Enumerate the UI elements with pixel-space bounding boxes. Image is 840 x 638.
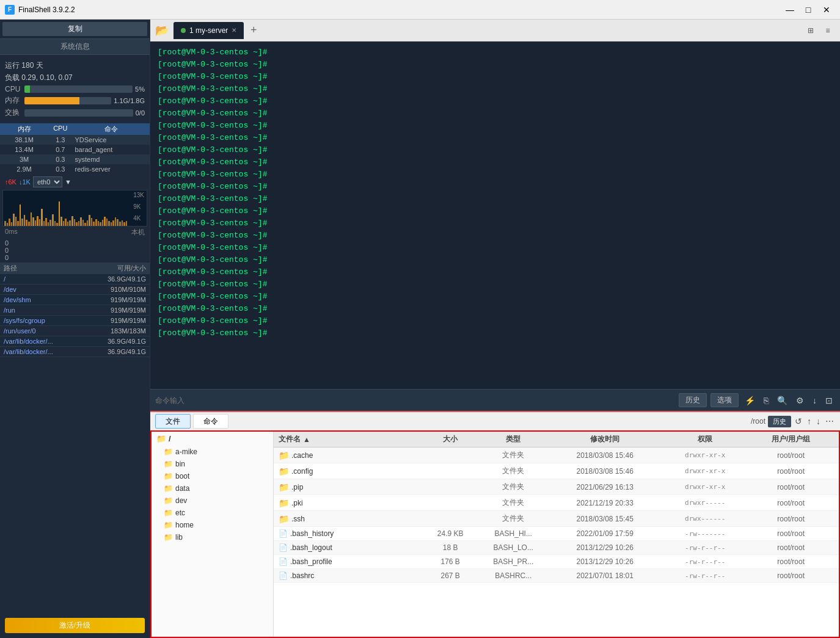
cpu-row: CPU 5% bbox=[5, 85, 145, 93]
stat-0-1: 0 bbox=[5, 239, 145, 247]
tree-item-home[interactable]: 📁 home bbox=[152, 519, 273, 531]
file-row-bash-profile[interactable]: 📄 .bash_profile 176 B BASH_PR... 2013/12… bbox=[274, 555, 839, 569]
disk-row[interactable]: /dev/shm 919M/919M bbox=[0, 295, 150, 305]
process-row[interactable]: 3M 0.3 systemd bbox=[0, 154, 150, 164]
col-header-name[interactable]: 文件名 ▲ bbox=[279, 434, 422, 444]
dropdown-arrow-icon: ▼ bbox=[65, 178, 71, 186]
tree-item-data[interactable]: 📁 data bbox=[152, 482, 273, 495]
close-button[interactable]: ✕ bbox=[818, 4, 835, 16]
tree-label-boot: boot bbox=[175, 472, 189, 480]
upgrade-button[interactable]: 激活/升级 bbox=[5, 618, 145, 633]
folder-icon-pki: 📁 bbox=[279, 498, 289, 508]
terminal-line: [root@VM-0-3-centos ~]# bbox=[158, 303, 833, 315]
file-row-bash-logout[interactable]: 📄 .bash_logout 18 B BASH_LO... 2013/12/2… bbox=[274, 541, 839, 555]
process-table: 内存 CPU 命令 38.1M 1.3 YDService 13.4M 0.7 … bbox=[0, 123, 150, 174]
file-row-cache[interactable]: 📁 .cache 文件夹 2018/03/08 15:46 drwxr-xr-x… bbox=[274, 448, 839, 463]
file-icon-bash-history: 📄 bbox=[279, 529, 288, 538]
tree-item-boot[interactable]: 📁 boot bbox=[152, 470, 273, 482]
tab-my-server[interactable]: 1 my-server ✕ bbox=[173, 22, 244, 39]
disk-row[interactable]: /var/lib/docker/... 36.9G/49.1G bbox=[0, 336, 150, 347]
folder-icon-data: 📁 bbox=[164, 484, 173, 493]
history-button[interactable]: 历史 bbox=[679, 393, 707, 407]
file-tree: 📁 / 📁 a-mike 📁 bin 📁 boot bbox=[152, 432, 274, 637]
file-name-bash-profile: 📄 .bash_profile bbox=[279, 557, 422, 566]
col-header-type[interactable]: 类型 bbox=[479, 434, 547, 444]
tree-root-item[interactable]: 📁 / bbox=[152, 432, 273, 446]
disk-row[interactable]: /run/user/0 183M/183M bbox=[0, 326, 150, 336]
folder-icon-etc: 📁 bbox=[164, 509, 173, 517]
folder-icon-ssh: 📁 bbox=[279, 514, 289, 524]
terminal-line: [root@VM-0-3-centos ~]# bbox=[158, 107, 833, 120]
fm-download-icon2[interactable]: ↓ bbox=[815, 415, 822, 427]
tree-item-bin[interactable]: 📁 bin bbox=[152, 458, 273, 470]
disk-row[interactable]: /run 919M/919M bbox=[0, 305, 150, 316]
options-button[interactable]: 选项 bbox=[710, 393, 739, 407]
tab-bar: 📂 1 my-server ✕ + ⊞ ≡ bbox=[150, 20, 840, 42]
title-bar: F FinalShell 3.9.2.2 — □ ✕ bbox=[0, 0, 840, 20]
list-view-icon[interactable]: ≡ bbox=[820, 23, 835, 38]
tree-item-etc[interactable]: 📁 etc bbox=[152, 507, 273, 519]
tree-label-etc: etc bbox=[175, 509, 185, 517]
copy-icon-btn[interactable]: ⎘ bbox=[761, 394, 771, 407]
command-input[interactable] bbox=[155, 396, 675, 405]
fm-history-button[interactable]: 历史 bbox=[768, 416, 791, 427]
stat-0-3: 0 bbox=[5, 254, 145, 261]
mem-progress-fill bbox=[24, 97, 79, 104]
proc-cmd-4: redis-server bbox=[75, 165, 148, 173]
col-header-size[interactable]: 大小 bbox=[422, 434, 479, 444]
disk-row[interactable]: /var/lib/docker/... 36.9G/49.1G bbox=[0, 347, 150, 357]
tree-item-a-mike[interactable]: 📁 a-mike bbox=[152, 446, 273, 458]
proc-mem-2: 13.4M bbox=[2, 146, 46, 153]
tab-commands[interactable]: 命令 bbox=[193, 414, 228, 429]
tab-add-button[interactable]: + bbox=[246, 23, 261, 38]
col-header-user[interactable]: 用户/用户组 bbox=[748, 434, 834, 444]
terminal-line: [root@VM-0-3-centos ~]# bbox=[158, 71, 833, 83]
file-list: 文件名 ▲ 大小 类型 修改时间 权限 用户/用户组 📁 .cache bbox=[274, 432, 839, 637]
fullscreen-icon-btn[interactable]: ⊡ bbox=[823, 394, 835, 407]
proc-cpu-1: 1.3 bbox=[46, 136, 75, 143]
terminal-line: [root@VM-0-3-centos ~]# bbox=[158, 242, 833, 254]
file-row-bashrc[interactable]: 📄 .bashrc 267 B BASHRC... 2021/07/01 18:… bbox=[274, 569, 839, 583]
folder-icon-boot: 📁 bbox=[164, 472, 173, 480]
tree-item-lib[interactable]: 📁 lib bbox=[152, 531, 273, 543]
disk-row[interactable]: /sys/fs/cgroup 919M/919M bbox=[0, 316, 150, 326]
tree-item-dev[interactable]: 📁 dev bbox=[152, 495, 273, 507]
settings-icon-btn[interactable]: ⚙ bbox=[794, 394, 806, 407]
terminal-line: [root@VM-0-3-centos ~]# bbox=[158, 315, 833, 327]
lightning-icon[interactable]: ⚡ bbox=[742, 394, 758, 407]
disk-row[interactable]: / 36.9G/49.1G bbox=[0, 274, 150, 285]
file-row-pki[interactable]: 📁 .pki 文件夹 2021/12/19 20:33 drwxr----- r… bbox=[274, 495, 839, 511]
minimize-button[interactable]: — bbox=[781, 4, 798, 16]
disk-row[interactable]: /dev 910M/910M bbox=[0, 285, 150, 295]
search-icon-btn[interactable]: 🔍 bbox=[775, 394, 790, 407]
maximize-button[interactable]: □ bbox=[800, 4, 817, 16]
fm-more-icon[interactable]: ⋯ bbox=[824, 415, 835, 427]
col-header-perm[interactable]: 权限 bbox=[662, 434, 748, 444]
file-row-ssh[interactable]: 📁 .ssh 文件夹 2018/03/08 15:45 drwx------ r… bbox=[274, 511, 839, 527]
folder-icon-bin: 📁 bbox=[164, 460, 173, 468]
process-row[interactable]: 13.4M 0.7 barad_agent bbox=[0, 145, 150, 154]
folder-icon-home: 📁 bbox=[164, 521, 173, 529]
terminal[interactable]: [root@VM-0-3-centos ~]# [root@VM-0-3-cen… bbox=[150, 42, 840, 389]
folder-icon-lib: 📁 bbox=[164, 533, 173, 542]
tree-root-label: / bbox=[169, 434, 171, 443]
file-row-bash-history[interactable]: 📄 .bash_history 24.9 KB BASH_HI... 2022/… bbox=[274, 527, 839, 541]
root-folder-icon: 📁 bbox=[156, 434, 166, 443]
download-icon-btn[interactable]: ↓ bbox=[810, 394, 819, 407]
copy-button[interactable]: 复制 bbox=[2, 22, 147, 36]
disk-path-7: /var/lib/docker/... bbox=[4, 338, 81, 345]
fm-upload-icon[interactable]: ↑ bbox=[806, 415, 813, 427]
tab-files[interactable]: 文件 bbox=[155, 414, 191, 429]
process-row[interactable]: 2.9M 0.3 redis-server bbox=[0, 164, 150, 174]
col-header-date[interactable]: 修改时间 bbox=[547, 434, 662, 444]
file-icon-bashrc: 📄 bbox=[279, 571, 288, 580]
file-row-config[interactable]: 📁 .config 文件夹 2018/03/08 15:46 drwxr-xr-… bbox=[274, 463, 839, 479]
file-row-pip[interactable]: 📁 .pip 文件夹 2021/06/29 16:13 drwxr-xr-x r… bbox=[274, 479, 839, 495]
net-download: ↓1K bbox=[19, 178, 31, 186]
grid-view-icon[interactable]: ⊞ bbox=[803, 23, 818, 38]
tab-close-icon[interactable]: ✕ bbox=[232, 27, 236, 34]
terminal-line: [root@VM-0-3-centos ~]# bbox=[158, 169, 833, 181]
network-interface-select[interactable]: eth0 bbox=[33, 176, 62, 187]
fm-refresh-icon[interactable]: ↺ bbox=[794, 415, 803, 427]
process-row[interactable]: 38.1M 1.3 YDService bbox=[0, 135, 150, 145]
